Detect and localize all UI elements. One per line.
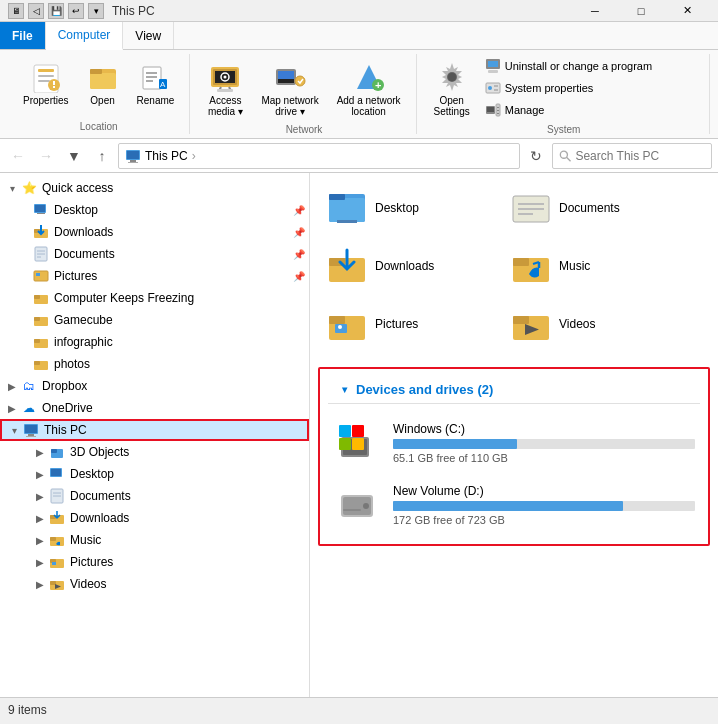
svg-rect-8 [90, 73, 116, 89]
sidebar-item-pictures-qa[interactable]: Pictures 📌 [0, 265, 309, 287]
drive-d-info: New Volume (D:) 172 GB free of 723 GB [393, 484, 695, 526]
devices-expand-arrow[interactable]: ▾ [336, 381, 352, 397]
system-vertical-items: Uninstall or change a program System pro… [481, 56, 656, 120]
documents-folder-label: Documents [559, 201, 620, 215]
location-group-label: Location [16, 119, 181, 132]
open-settings-button[interactable]: Open Settings [427, 56, 477, 122]
rename-label: Rename [137, 95, 175, 106]
svg-rect-107 [329, 316, 345, 324]
svg-point-121 [363, 503, 369, 509]
sidebar-item-downloads-qa[interactable]: Downloads 📌 [0, 221, 309, 243]
sidebar-item-gamecube[interactable]: Gamecube [0, 309, 309, 331]
sidebar-item-this-pc[interactable]: ▾ This PC [0, 419, 309, 441]
infographic-icon [32, 333, 50, 351]
sidebar-item-videos-pc[interactable]: ▶ Videos [0, 573, 309, 595]
documents-pc-icon [48, 487, 66, 505]
rename-button[interactable]: A Rename [130, 56, 182, 111]
svg-point-34 [488, 86, 492, 90]
infographic-label: infographic [54, 335, 113, 349]
svg-rect-41 [497, 110, 499, 111]
map-network-button[interactable]: Map network drive ▾ [254, 56, 325, 122]
quick-access-save[interactable]: 💾 [48, 3, 64, 19]
address-bar: ← → ▼ ↑ This PC › ↻ [0, 139, 718, 173]
properties-button[interactable]: Properties [16, 56, 76, 111]
tab-file[interactable]: File [0, 22, 46, 49]
sidebar-item-onedrive[interactable]: ▶ ☁ OneDrive [0, 397, 309, 419]
manage-button[interactable]: Manage [481, 100, 656, 120]
svg-rect-24 [278, 71, 294, 79]
drive-d-item[interactable]: New Volume (D:) 172 GB free of 723 GB [328, 474, 700, 536]
3d-objects-label: 3D Objects [70, 445, 129, 459]
sidebar-item-music-pc[interactable]: ▶ Music [0, 529, 309, 551]
ribbon-group-network: Access media ▾ Map network drive ▾ + Add… [192, 54, 416, 134]
folder-downloads[interactable]: Downloads [318, 239, 498, 293]
svg-rect-63 [34, 295, 40, 299]
sidebar-item-computer-keeps[interactable]: Computer Keeps Freezing [0, 287, 309, 309]
sidebar-item-quick-access[interactable]: ▾ ⭐ Quick access [0, 177, 309, 199]
gamecube-icon [32, 311, 50, 329]
sidebar-item-dropbox[interactable]: ▶ 🗂 Dropbox [0, 375, 309, 397]
devices-drives-section: ▾ Devices and drives (2) [318, 367, 710, 546]
system-properties-label: System properties [505, 82, 594, 94]
system-properties-icon [485, 80, 501, 96]
music-pc-icon [48, 531, 66, 549]
svg-rect-1 [38, 69, 54, 72]
folder-desktop[interactable]: Desktop [318, 181, 498, 235]
tab-computer[interactable]: Computer [46, 22, 124, 50]
svg-rect-2 [38, 75, 54, 77]
uninstall-button[interactable]: Uninstall or change a program [481, 56, 656, 76]
system-properties-button[interactable]: System properties [481, 78, 656, 98]
svg-rect-87 [52, 562, 56, 565]
search-box[interactable] [552, 143, 712, 169]
back-button[interactable]: ← [6, 144, 30, 168]
properties-icon [30, 61, 62, 93]
close-button[interactable]: ✕ [664, 0, 710, 22]
folder-music[interactable]: Music [502, 239, 682, 293]
onedrive-label: OneDrive [42, 401, 93, 415]
pictures-folder-icon [327, 304, 367, 344]
quick-access-back[interactable]: ◁ [28, 3, 44, 19]
recent-locations-button[interactable]: ▼ [62, 144, 86, 168]
folder-videos[interactable]: Videos [502, 297, 682, 351]
sidebar-item-documents-qa[interactable]: Documents 📌 [0, 243, 309, 265]
pictures-pc-icon [48, 553, 66, 571]
svg-rect-32 [488, 70, 498, 73]
svg-rect-93 [329, 194, 345, 200]
search-input[interactable] [575, 149, 705, 163]
open-button[interactable]: Open [80, 56, 126, 111]
sidebar-item-3d-objects[interactable]: ▶ 3D Objects [0, 441, 309, 463]
add-network-button[interactable]: + Add a network location [330, 56, 408, 122]
drive-c-item[interactable]: Windows (C:) 65.1 GB free of 110 GB [328, 412, 700, 474]
address-path[interactable]: This PC › [118, 143, 520, 169]
sidebar-item-desktop-qa[interactable]: Desktop 📌 [0, 199, 309, 221]
music-pc-arrow: ▶ [32, 532, 48, 548]
access-media-button[interactable]: Access media ▾ [200, 56, 250, 122]
path-separator: › [192, 149, 196, 163]
sidebar-item-desktop-pc[interactable]: ▶ Desktop [0, 463, 309, 485]
folder-documents[interactable]: Documents [502, 181, 682, 235]
desktop-pc-arrow: ▶ [32, 466, 48, 482]
add-network-icon: + [353, 61, 385, 93]
maximize-button[interactable]: □ [618, 0, 664, 22]
forward-button[interactable]: → [34, 144, 58, 168]
svg-rect-3 [38, 80, 50, 82]
title-bar-icons: 🖥 ◁ 💾 ↩ ▾ [8, 3, 104, 19]
sidebar-item-photos[interactable]: photos [0, 353, 309, 375]
sidebar-item-pictures-pc[interactable]: ▶ Pictures [0, 551, 309, 573]
minimize-button[interactable]: ─ [572, 0, 618, 22]
drive-d-bar-bg [393, 501, 695, 511]
tab-view[interactable]: View [123, 22, 174, 49]
folder-pictures[interactable]: Pictures [318, 297, 498, 351]
refresh-button[interactable]: ↻ [524, 144, 548, 168]
quick-access-dropdown[interactable]: ▾ [88, 3, 104, 19]
quick-access-undo[interactable]: ↩ [68, 3, 84, 19]
access-media-label: Access media ▾ [208, 95, 243, 117]
up-button[interactable]: ↑ [90, 144, 114, 168]
svg-rect-6 [53, 86, 55, 88]
drive-c-name: Windows (C:) [393, 422, 695, 436]
svg-rect-77 [51, 469, 61, 476]
sidebar-item-documents-pc[interactable]: ▶ Documents [0, 485, 309, 507]
sidebar-item-infographic[interactable]: infographic [0, 331, 309, 353]
sidebar-item-downloads-pc[interactable]: ▶ Downloads [0, 507, 309, 529]
map-network-icon [274, 61, 306, 93]
